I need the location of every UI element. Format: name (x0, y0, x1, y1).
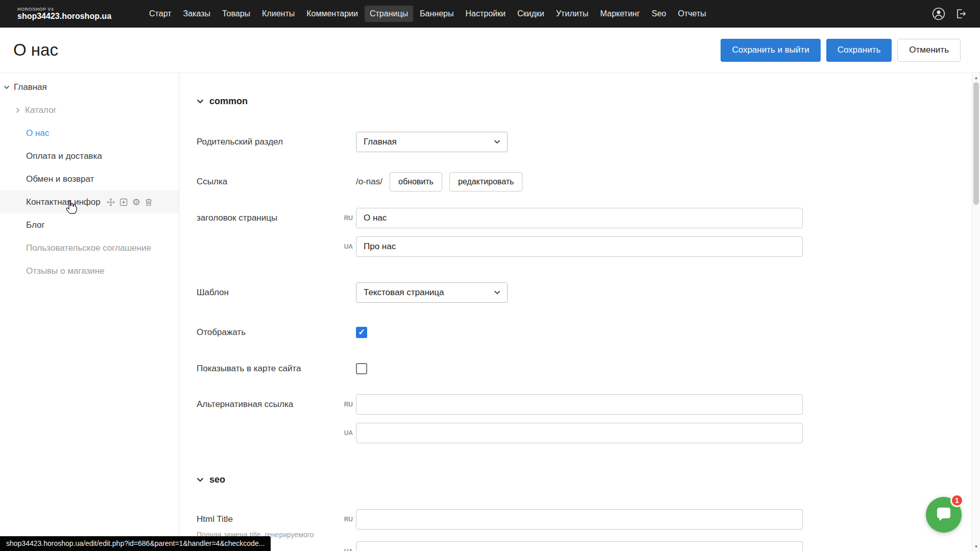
save-exit-button[interactable]: Сохранить и выйти (721, 39, 820, 62)
row-sitemap: Показывать в карте сайта (179, 358, 970, 379)
chevron-down-icon (494, 140, 500, 144)
add-icon[interactable] (119, 198, 128, 206)
menu-item-utilities[interactable]: Утилиты (551, 6, 594, 22)
topbar-right (932, 7, 967, 20)
template-label: Шаблон (197, 288, 229, 298)
sidebar-item-contacts[interactable]: Контактная инфор ⚙ (0, 190, 179, 213)
delete-icon[interactable] (145, 198, 152, 206)
menu-item-reports[interactable]: Отчеты (673, 6, 711, 22)
chevron-down-icon (494, 291, 500, 295)
sidebar-item-label: Оплата и доставка (26, 151, 102, 161)
page-title-label: заголовок страницы (197, 213, 277, 223)
cancel-button[interactable]: Отменить (897, 39, 961, 62)
lang-ru-label: RU (330, 401, 353, 408)
vertical-scrollbar[interactable]: ▲ ▼ (972, 73, 980, 551)
menu-item-comments[interactable]: Комментарии (301, 6, 363, 22)
menu-item-start[interactable]: Старт (144, 6, 176, 22)
menu-item-orders[interactable]: Заказы (178, 6, 216, 22)
row-alt-link-ua: UA (179, 423, 970, 443)
settings-icon[interactable]: ⚙ (132, 198, 140, 207)
row-html-title-ua: UA (179, 541, 970, 551)
sitemap-checkbox[interactable] (356, 363, 367, 374)
page-header: О нас Сохранить и выйти Сохранить Отмени… (0, 28, 980, 73)
chevron-right-icon[interactable] (14, 107, 21, 113)
html-title-ru-input[interactable] (356, 509, 803, 530)
sidebar: Главная Каталог О нас Оплата и доставка … (0, 73, 179, 551)
section-common-label: common (209, 96, 248, 107)
link-path: /o-nas/ (356, 177, 383, 187)
scroll-down-arrow[interactable]: ▼ (972, 542, 980, 550)
sidebar-item-payment-delivery[interactable]: Оплата и доставка (0, 145, 179, 167)
sidebar-item-blog[interactable]: Блог (0, 213, 179, 236)
row-page-title-ru: заголовок страницы RU (179, 208, 970, 228)
row-page-title-ua: UA (179, 236, 970, 257)
move-icon[interactable] (107, 198, 115, 206)
section-seo-label: seo (209, 474, 225, 485)
alt-link-label: Альтернативная ссылка (197, 399, 293, 410)
menu-item-clients[interactable]: Клиенты (257, 6, 300, 22)
sidebar-item-user-agreement[interactable]: Пользовательское соглашение (0, 236, 179, 259)
template-select[interactable]: Текстовая страница (356, 282, 508, 303)
topbar: HOROSHOP V4 shop34423.horoshop.ua Старт … (0, 0, 980, 28)
lang-ru-label: RU (330, 214, 353, 222)
sidebar-item-about[interactable]: О нас (0, 122, 179, 145)
menu-item-settings[interactable]: Настройки (460, 6, 510, 22)
section-seo[interactable]: seo (197, 469, 225, 490)
parent-section-value: Главная (364, 137, 397, 147)
template-value: Текстовая страница (364, 288, 444, 298)
parent-section-select[interactable]: Главная (356, 132, 508, 152)
menu-item-pages[interactable]: Страницы (365, 6, 413, 22)
display-label: Отображать (197, 327, 246, 338)
page-title-ua-input[interactable] (356, 236, 803, 257)
status-url: shop34423.horoshop.ua/edit/edit.php?id=6… (0, 536, 271, 551)
logout-icon[interactable] (954, 8, 967, 20)
edit-link-button[interactable]: редактировать (449, 172, 522, 191)
menu-item-seo[interactable]: Seo (647, 6, 671, 22)
row-alt-link-ru: Альтернативная ссылка RU (179, 394, 970, 415)
html-title-label: Html Title (197, 514, 233, 524)
account-icon[interactable] (932, 7, 945, 20)
row-link: Ссылка /o-nas/ обновить редактировать (179, 172, 970, 192)
chat-widget[interactable]: 1 (926, 497, 962, 533)
row-html-title-ru: Html Title RU (179, 509, 970, 530)
alt-link-ru-input[interactable] (356, 394, 803, 415)
content: Главная Каталог О нас Оплата и доставка … (0, 73, 980, 551)
chevron-down-icon[interactable] (3, 85, 10, 89)
menu-item-banners[interactable]: Баннеры (415, 6, 459, 22)
sitemap-label: Показывать в карте сайта (197, 364, 301, 374)
sidebar-item-exchange-return[interactable]: Обмен и возврат (0, 167, 179, 190)
page-title-ru-input[interactable] (356, 208, 803, 228)
display-checkbox[interactable] (356, 327, 367, 338)
header-actions: Сохранить и выйти Сохранить Отменить (721, 39, 961, 62)
sidebar-item-label: Блог (26, 220, 45, 230)
menu-item-discounts[interactable]: Скидки (512, 6, 549, 22)
sidebar-item-label: О нас (26, 128, 49, 138)
sidebar-item-label: Каталог (25, 105, 57, 115)
scrollbar-thumb[interactable] (973, 82, 979, 205)
sidebar-item-catalog[interactable]: Каталог (0, 99, 179, 122)
sidebar-item-store-reviews[interactable]: Отзывы о магазине (0, 259, 179, 282)
brand-logo[interactable]: HOROSHOP V4 shop34423.horoshop.ua (17, 7, 111, 21)
sidebar-item-home[interactable]: Главная (0, 76, 179, 99)
row-display: Отображать (179, 322, 970, 343)
section-common[interactable]: common (197, 91, 248, 111)
sidebar-item-label: Обмен и возврат (26, 174, 94, 184)
main-menu: Старт Заказы Товары Клиенты Комментарии … (144, 6, 711, 22)
lang-ua-label: UA (330, 243, 353, 250)
lang-ua-label: UA (330, 429, 353, 437)
alt-link-ua-input[interactable] (356, 423, 803, 443)
row-template: Шаблон Текстовая страница (179, 282, 970, 303)
save-button[interactable]: Сохранить (826, 39, 892, 62)
scroll-up-arrow[interactable]: ▲ (972, 74, 980, 82)
refresh-link-button[interactable]: обновить (390, 172, 442, 191)
lang-ru-label: RU (330, 516, 353, 523)
parent-section-label: Родительский раздел (197, 137, 283, 147)
sidebar-item-label: Главная (14, 82, 47, 92)
html-title-ua-input[interactable] (356, 541, 803, 551)
lang-ua-label: UA (330, 548, 353, 551)
form-area: common Родительский раздел Главная Ссылк… (179, 73, 980, 551)
chat-bubble-icon (935, 507, 952, 523)
menu-item-marketing[interactable]: Маркетинг (595, 6, 645, 22)
menu-item-products[interactable]: Товары (217, 6, 255, 22)
sidebar-item-label: Пользовательское соглашение (26, 243, 151, 253)
